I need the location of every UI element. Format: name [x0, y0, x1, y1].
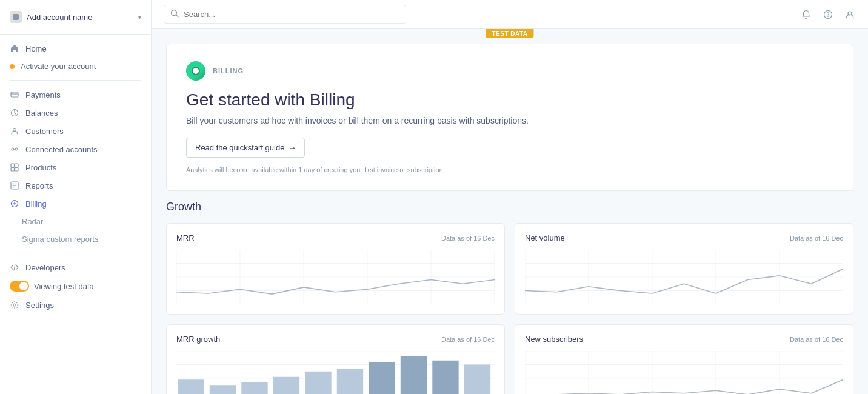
sidebar-item-customers-label: Customers — [25, 127, 64, 136]
chart-mrr-growth-header: MRR growth Data as of 16 Dec — [176, 335, 495, 344]
chart-mrr-header: MRR Data as of 16 Dec — [176, 233, 495, 242]
search-input[interactable] — [184, 10, 399, 19]
topbar — [152, 0, 868, 29]
quickstart-button[interactable]: Read the quickstart guide → — [186, 138, 305, 158]
sidebar-item-developers[interactable]: Developers — [0, 258, 151, 276]
svg-rect-11 — [15, 168, 19, 172]
chart-new-subscribers-title: New subscribers — [525, 335, 583, 344]
chart-net-volume-date: Data as of 16 Dec — [790, 235, 843, 242]
svg-rect-57 — [369, 362, 395, 394]
chart-net-volume: Net volume Data as of 16 Dec — [515, 223, 853, 315]
svg-rect-52 — [210, 385, 236, 394]
user-icon[interactable] — [844, 8, 856, 21]
sidebar-item-products-label: Products — [25, 163, 56, 172]
toggle-knob — [19, 282, 28, 290]
topbar-right — [800, 8, 856, 21]
sidebar-item-billing-label: Billing — [25, 199, 47, 209]
sidebar-item-sigma[interactable]: Sigma custom reports — [0, 230, 151, 248]
sidebar-item-billing[interactable]: Billing — [0, 195, 151, 213]
payments-icon — [10, 90, 19, 99]
viewing-test-label: Viewing test data — [34, 282, 94, 291]
settings-icon — [10, 300, 19, 310]
chart-net-volume-header: Net volume Data as of 16 Dec — [525, 233, 843, 242]
test-data-banner: TEST DATA — [486, 29, 533, 38]
svg-rect-51 — [178, 379, 204, 394]
svg-rect-9 — [15, 164, 19, 167]
sidebar-item-payments[interactable]: Payments — [0, 85, 151, 104]
sidebar-item-customers[interactable]: Customers — [0, 122, 151, 140]
svg-rect-53 — [241, 382, 267, 394]
svg-rect-54 — [273, 377, 299, 394]
billing-icon — [10, 199, 19, 209]
sidebar-item-connected-label: Connected accounts — [25, 145, 98, 154]
svg-rect-8 — [11, 164, 15, 167]
account-switcher[interactable]: Add account name ▾ — [10, 8, 141, 25]
sidebar-item-reports[interactable]: Reports — [0, 176, 151, 195]
notifications-icon[interactable] — [800, 8, 812, 21]
svg-rect-0 — [13, 14, 19, 20]
search-wrapper[interactable] — [164, 5, 406, 24]
chart-mrr: MRR Data as of 16 Dec — [166, 223, 505, 315]
svg-rect-1 — [11, 92, 18, 97]
connected-icon — [10, 144, 19, 154]
billing-description: Bill your customers ad hoc with invoices… — [186, 116, 833, 125]
billing-logo-inner — [192, 67, 200, 75]
arrow-icon: → — [288, 143, 296, 152]
growth-title: Growth — [166, 201, 853, 213]
sidebar-nav: Home Activate your account Payments Bala… — [0, 35, 151, 394]
chart-mrr-growth-date: Data as of 16 Dec — [441, 336, 495, 343]
customers-icon — [10, 126, 19, 136]
sidebar-item-activate[interactable]: Activate your account — [0, 58, 151, 75]
sidebar-item-settings-label: Settings — [25, 301, 54, 310]
chart-mrr-title: MRR — [176, 233, 195, 242]
sidebar-item-home[interactable]: Home — [0, 39, 151, 58]
chevron-down-icon: ▾ — [138, 14, 141, 21]
svg-point-6 — [15, 148, 18, 150]
sidebar-divider-1 — [10, 80, 141, 81]
home-icon — [10, 44, 19, 53]
sidebar-item-payments-label: Payments — [25, 90, 61, 99]
products-icon — [10, 162, 19, 172]
sidebar-item-home-label: Home — [25, 44, 47, 53]
sidebar-item-connected-accounts[interactable]: Connected accounts — [0, 140, 151, 158]
billing-logo-label: BILLING — [213, 67, 244, 75]
account-name: Add account name — [27, 13, 92, 22]
sidebar-item-products[interactable]: Products — [0, 158, 151, 176]
chart-mrr-growth-area — [176, 351, 495, 394]
activate-dot-icon — [10, 64, 15, 69]
chart-new-subscribers-date: Data as of 16 Dec — [790, 336, 843, 343]
svg-point-5 — [12, 148, 14, 150]
chart-new-subscribers-area — [525, 351, 843, 394]
sidebar-item-sigma-label: Sigma custom reports — [22, 235, 98, 244]
sidebar-item-balances-label: Balances — [25, 109, 58, 118]
sidebar-item-activate-label: Activate your account — [21, 62, 96, 71]
balances-icon — [10, 108, 19, 118]
growth-section: Growth MRR Data as of 16 Dec — [152, 201, 868, 394]
chart-mrr-growth-title: MRR growth — [176, 335, 220, 344]
chart-new-subscribers-header: New subscribers Data as of 16 Dec — [525, 335, 843, 344]
chart-new-subscribers: New subscribers Data as of 16 Dec — [515, 324, 853, 394]
svg-line-20 — [176, 15, 179, 18]
sidebar-divider-2 — [10, 253, 141, 253]
sidebar-header: Add account name ▾ — [0, 0, 151, 35]
sidebar-item-radar[interactable]: Radar — [0, 213, 151, 230]
svg-line-17 — [14, 264, 15, 270]
billing-card: BILLING Get started with Billing Bill yo… — [166, 44, 853, 191]
developers-icon — [10, 262, 19, 272]
account-icon — [10, 11, 22, 23]
charts-grid: MRR Data as of 16 Dec — [166, 223, 853, 394]
billing-note: Analytics will become available within 1… — [186, 166, 833, 173]
sidebar: Add account name ▾ Home Activate your ac… — [0, 0, 152, 394]
sidebar-item-balances[interactable]: Balances — [0, 104, 151, 122]
svg-rect-59 — [432, 361, 458, 394]
svg-rect-60 — [464, 365, 490, 395]
viewing-test-data[interactable]: Viewing test data — [0, 276, 151, 296]
help-icon[interactable] — [822, 8, 834, 21]
svg-rect-10 — [11, 168, 15, 172]
test-data-toggle[interactable] — [10, 281, 29, 292]
search-icon — [170, 9, 179, 19]
main-area: TEST DATA BILLING Get started with Billi… — [152, 0, 868, 394]
svg-rect-56 — [337, 369, 363, 394]
sidebar-item-settings[interactable]: Settings — [0, 296, 151, 314]
sidebar-item-reports-label: Reports — [25, 181, 53, 190]
